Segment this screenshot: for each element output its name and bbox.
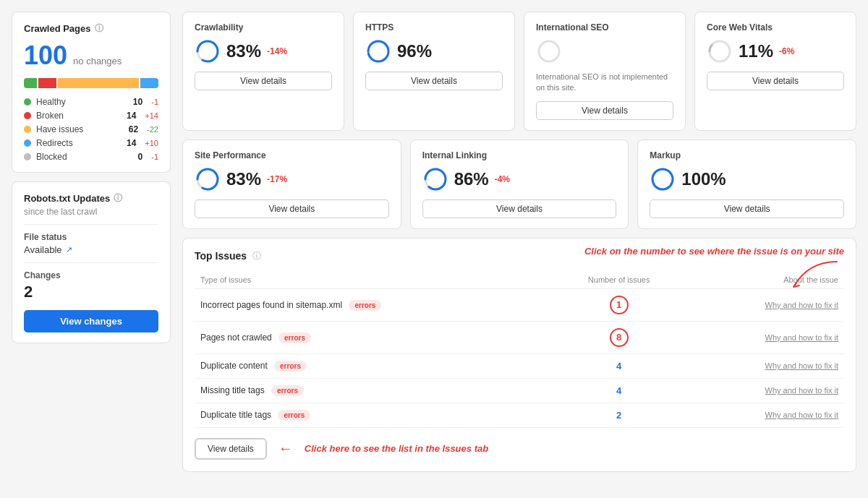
robots-subtitle: since the last crawl [24, 207, 158, 217]
dot-redirects [24, 139, 31, 147]
circle-chart-top-1 [365, 38, 391, 64]
metric-value-row-top-2 [536, 38, 673, 64]
issue-count-cell-1[interactable]: 8 [551, 321, 687, 353]
external-link-icon[interactable]: ↗ [66, 245, 72, 254]
circle-chart-bot-1 [422, 166, 448, 192]
issue-number-2[interactable]: 4 [616, 361, 621, 372]
crawled-title-text: Crawled Pages [24, 23, 91, 34]
legend-healthy: Healthy 10 -1 [24, 97, 158, 107]
label-have-issues: Have issues [36, 124, 124, 134]
issue-type-3: Missing title tags errors [195, 378, 551, 403]
metric-card-bot-2: Markup 100% View details [637, 139, 856, 229]
issue-number-4[interactable]: 2 [616, 410, 621, 421]
annotation-arrow-top [786, 258, 844, 301]
circle-chart-top-2 [536, 38, 562, 64]
crawled-number: 100 [24, 40, 67, 71]
svg-point-11 [425, 169, 446, 189]
view-details-btn-top-2[interactable]: View details [536, 101, 673, 120]
view-changes-button[interactable]: View changes [24, 310, 158, 332]
robots-title-text: Robots.txt Updates [24, 193, 110, 204]
crawled-pages-card: Crawled Pages ⓘ 100 no changes Healthy 1… [12, 12, 171, 173]
issue-link-1[interactable]: Why and how to fix it [687, 321, 844, 353]
bar-broken [38, 78, 56, 88]
legend-redirects: Redirects 14 +10 [24, 138, 158, 148]
label-healthy: Healthy [36, 97, 128, 107]
count-healthy: 10 [133, 97, 142, 107]
issue-link-3[interactable]: Why and how to fix it [687, 378, 844, 403]
divider-2 [24, 262, 158, 263]
error-badge-2: errors [274, 361, 307, 372]
file-status-label: File status [24, 232, 158, 242]
issue-row-2: Duplicate content errors 4 Why and how t… [195, 353, 844, 378]
circle-chart-top-0 [195, 38, 221, 64]
metric-card-top-1: HTTPS 96% View details [353, 12, 515, 131]
metric-card-bot-1: Internal Linking 86%-4% View details [410, 139, 629, 229]
robots-info-icon[interactable]: ⓘ [114, 192, 122, 205]
metric-value-row-top-3: 11%-6% [707, 38, 844, 64]
issues-title: Top Issues [195, 250, 247, 262]
metric-card-top-2: International SEO International SEO is n… [524, 12, 686, 131]
error-badge-3: errors [271, 385, 304, 396]
issue-link-2[interactable]: Why and how to fix it [687, 353, 844, 378]
changes-count: 2 [24, 283, 158, 301]
legend-have-issues: Have issues 62 -22 [24, 124, 158, 134]
footer-arrow-left: ← [278, 440, 293, 457]
issue-count-cell-3[interactable]: 4 [551, 378, 687, 403]
issue-row-1: Pages not crawled errors 8 Why and how t… [195, 321, 844, 353]
count-broken: 14 [127, 111, 136, 121]
svg-point-13 [652, 169, 673, 189]
metric-title-top-2: International SEO [536, 22, 673, 33]
crawled-info-icon[interactable]: ⓘ [95, 22, 103, 35]
footer-annotation-text: Click here to see the list in the Issues… [305, 443, 488, 454]
change-healthy: -1 [151, 98, 158, 106]
bar-redirects [140, 78, 158, 88]
legend-broken: Broken 14 +14 [24, 111, 158, 121]
change-have-issues: -22 [147, 125, 158, 134]
issue-number-3[interactable]: 4 [616, 385, 621, 396]
view-details-btn-top-0[interactable]: View details [195, 72, 332, 90]
view-details-btn-top-3[interactable]: View details [707, 72, 844, 90]
issue-type-4: Duplicate title tags errors [195, 403, 551, 427]
issue-type-0: Incorrect pages found in sitemap.xml err… [195, 288, 551, 321]
issue-link-4[interactable]: Why and how to fix it [687, 403, 844, 427]
issue-type-2: Duplicate content errors [195, 353, 551, 378]
dot-have-issues [24, 126, 31, 133]
change-blocked: -1 [151, 153, 158, 161]
robots-title: Robots.txt Updates ⓘ [24, 192, 158, 205]
metric-value-row-top-0: 83%-14% [195, 38, 332, 64]
dot-broken [24, 112, 31, 119]
col-type-header: Type of issues [195, 271, 551, 289]
changes-label: Changes [24, 270, 158, 280]
issues-footer: View details ← Click here to see the lis… [195, 438, 844, 460]
issue-count-cell-2[interactable]: 4 [551, 353, 687, 378]
error-badge-0: errors [349, 300, 381, 311]
issues-info-icon[interactable]: ⓘ [252, 250, 261, 262]
view-details-btn-bot-2[interactable]: View details [650, 199, 844, 218]
view-details-issues-button[interactable]: View details [195, 438, 267, 460]
top-issues-section: Top Issues ⓘ Click on the number to see … [182, 238, 856, 472]
view-details-btn-top-1[interactable]: View details [365, 72, 503, 90]
crawled-legend: Healthy 10 -1 Broken 14 +14 Have issues … [24, 97, 158, 162]
metric-title-top-0: Crawlability [195, 22, 332, 33]
issue-number-circle-1[interactable]: 8 [610, 328, 629, 347]
metric-title-bot-2: Markup [650, 150, 844, 160]
metrics-top-grid: Crawlability 83%-14% View details HTTPS … [182, 12, 856, 131]
metric-card-top-3: Core Web Vitals 11%-6% View details [694, 12, 856, 131]
metric-value-row-bot-0: 83%-17% [195, 166, 389, 192]
metric-value-row-top-1: 96% [365, 38, 503, 64]
label-broken: Broken [36, 111, 122, 121]
view-details-btn-bot-1[interactable]: View details [422, 199, 617, 218]
crawled-pages-title: Crawled Pages ⓘ [24, 22, 158, 35]
change-broken: +14 [145, 111, 158, 120]
legend-blocked: Blocked 0 -1 [24, 152, 158, 162]
count-have-issues: 62 [129, 124, 138, 134]
annotation-text-top: Click on the number to see where the iss… [584, 246, 844, 257]
crawled-count: 100 no changes [24, 40, 158, 71]
error-badge-1: errors [278, 332, 311, 343]
issue-count-cell-4[interactable]: 2 [551, 403, 687, 427]
view-details-btn-bot-0[interactable]: View details [195, 199, 389, 218]
divider-1 [24, 224, 158, 225]
issue-type-1: Pages not crawled errors [195, 321, 551, 353]
change-redirects: +10 [145, 139, 158, 147]
label-blocked: Blocked [36, 152, 133, 162]
